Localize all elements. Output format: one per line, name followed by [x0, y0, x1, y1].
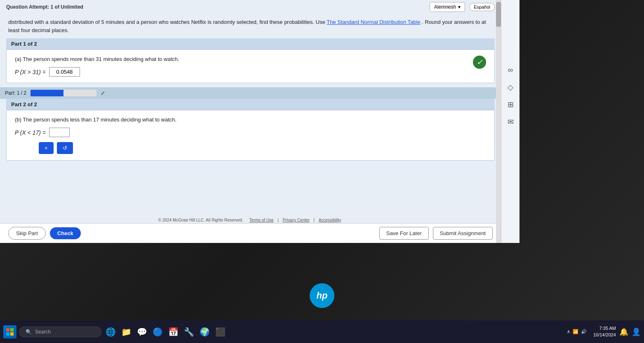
normal-distribution-link[interactable]: The Standard Normal Distribution Table — [327, 19, 420, 25]
progress-bar — [31, 90, 96, 96]
progress-label: Part: 1 / 2 — [5, 90, 26, 96]
taskbar: 🔍 Search 🌐 📁 💬 🔵 📅 🔧 🌍 ⬛ ∧ 📶 🔊 7:35 AM 1… — [0, 320, 644, 343]
problem-text-1: distributed with a standard deviation of… — [8, 19, 325, 25]
taskbar-edge2-icon[interactable]: 🔵 — [151, 325, 164, 338]
part2-content: (b) The person spends less than 17 minut… — [6, 110, 495, 161]
envelope-icon[interactable]: ✉ — [508, 117, 514, 126]
accessibility-link[interactable]: Accessibility — [319, 218, 341, 222]
clock-date: 10/14/2024 — [593, 332, 616, 338]
app2-icon: 🌍 — [200, 327, 210, 337]
part2-math-line: P (X < 17) = — [15, 128, 486, 137]
save-for-later-button[interactable]: Save For Later — [379, 227, 429, 240]
bottom-left-buttons: Skip Part Check — [8, 227, 81, 240]
part1-answer-input[interactable] — [49, 67, 80, 77]
bottom-spacer — [0, 165, 501, 189]
part2-math-label: P (X < 17) = — [15, 129, 46, 136]
footer-copyright: © 2024 McGraw Hill LLC. All Rights Reser… — [158, 218, 243, 222]
taskbar-browser-icon[interactable]: 🌐 — [104, 325, 117, 338]
bottom-right-buttons: Save For Later Submit Assignment — [379, 227, 493, 240]
top-header: Question Attempt: 1 of Unlimited Alemnes… — [0, 0, 501, 14]
progress-section: Part: 1 / 2 ✓ — [0, 87, 501, 99]
undo-icon: ↺ — [63, 145, 67, 151]
taskbar-search-label: Search — [35, 329, 51, 335]
scrollbar-thumb[interactable] — [496, 2, 501, 27]
part2-header: Part 2 of 2 — [6, 99, 495, 110]
privacy-center-link[interactable]: Privacy Center — [282, 218, 310, 222]
part2-answer-input[interactable] — [49, 128, 70, 137]
submit-assignment-button[interactable]: Submit Assignment — [433, 227, 493, 240]
language-button[interactable]: Español — [469, 3, 495, 11]
system-tray-area: ∧ 📶 🔊 7:35 AM 10/14/2024 🔔 👤 — [564, 325, 641, 338]
volume-icon: 🔊 — [581, 329, 587, 334]
svg-rect-3 — [10, 332, 14, 336]
part2-action-area: × ↺ — [15, 142, 486, 154]
user-name-label: Alemnesh — [434, 4, 456, 10]
system-tray-icons[interactable]: ∧ 📶 🔊 — [564, 327, 590, 336]
part1-header: Part 1 of 2 — [6, 38, 495, 49]
part2-section: Part 2 of 2 (b) The person spends less t… — [6, 99, 495, 161]
svg-rect-1 — [10, 328, 14, 331]
correct-checkmark: ✓ — [473, 56, 486, 69]
skip-part-button[interactable]: Skip Part — [8, 227, 46, 240]
progress-check-icon: ✓ — [101, 90, 106, 96]
part1-section: Part 1 of 2 (a) The person spends more t… — [6, 38, 495, 83]
chevron-up-icon: ∧ — [567, 329, 570, 334]
check-button[interactable]: Check — [50, 227, 81, 239]
user-dropdown-button[interactable]: Alemnesh ▾ — [430, 2, 465, 12]
chevron-down-icon: ▾ — [458, 4, 461, 10]
taskbar-search-bar[interactable]: 🔍 Search — [19, 327, 101, 337]
right-sidebar: ∞ ◇ ⊞ ✉ — [501, 0, 519, 243]
svg-rect-0 — [6, 328, 9, 331]
hp-logo: hp — [310, 283, 334, 308]
progress-bar-fill — [31, 90, 63, 96]
infinity-icon[interactable]: ∞ — [508, 66, 513, 75]
calendar-icon: 📅 — [168, 327, 179, 337]
spacer — [15, 142, 35, 154]
teams-icon: 💬 — [137, 327, 147, 337]
edge-icon: 🌐 — [106, 327, 116, 337]
taskbar-calendar-icon[interactable]: 📅 — [167, 325, 180, 338]
start-button[interactable] — [3, 325, 16, 338]
edge2-icon: 🔵 — [153, 327, 163, 337]
screen-container: Question Attempt: 1 of Unlimited Alemnes… — [0, 0, 519, 243]
app1-icon: 🔧 — [184, 327, 194, 337]
notification-icon[interactable]: 🔔 — [619, 327, 628, 336]
footer: © 2024 McGraw Hill LLC. All Rights Reser… — [0, 217, 501, 224]
search-icon: 🔍 — [26, 329, 32, 335]
clock-time: 7:35 AM — [593, 325, 616, 331]
scrollbar-track[interactable] — [496, 0, 501, 243]
windows-icon — [6, 328, 14, 336]
question-attempt-label: Question Attempt: 1 of Unlimited — [6, 4, 83, 10]
clear-icon: × — [45, 145, 48, 151]
taskbar-app3-icon[interactable]: ⬛ — [214, 325, 227, 338]
user-taskbar-icon[interactable]: 👤 — [632, 327, 641, 336]
clock-display[interactable]: 7:35 AM 10/14/2024 — [593, 325, 616, 338]
taskbar-app1-icon[interactable]: 🔧 — [182, 325, 195, 338]
taskbar-app2-icon[interactable]: 🌍 — [198, 325, 211, 338]
taskbar-teams-icon[interactable]: 💬 — [135, 325, 148, 338]
network-icon: 📶 — [573, 329, 578, 334]
part1-content: (a) The person spends more than 31 minut… — [6, 49, 495, 83]
grid-icon[interactable]: ⊞ — [508, 100, 514, 109]
diamond-icon[interactable]: ◇ — [508, 83, 513, 92]
main-content: Question Attempt: 1 of Unlimited Alemnes… — [0, 0, 501, 243]
terms-of-use-link[interactable]: Terms of Use — [249, 218, 274, 222]
part1-math-label: P (X > 31) = — [15, 69, 46, 75]
part1-math-line: P (X > 31) = ✓ — [15, 67, 486, 77]
part1-question: (a) The person spends more than 31 minut… — [15, 56, 486, 62]
taskbar-file-icon[interactable]: 📁 — [120, 325, 133, 338]
svg-rect-2 — [6, 332, 9, 336]
app3-icon: ⬛ — [215, 327, 226, 337]
hp-logo-area: hp — [247, 271, 397, 320]
clear-button[interactable]: × — [39, 142, 54, 154]
undo-button[interactable]: ↺ — [57, 142, 73, 154]
problem-description: distributed with a standard deviation of… — [0, 14, 501, 38]
bottom-action-bar: Skip Part Check Save For Later Submit As… — [0, 223, 501, 243]
part2-question: (b) The person spends less than 17 minut… — [15, 117, 486, 123]
folder-icon: 📁 — [121, 327, 132, 337]
